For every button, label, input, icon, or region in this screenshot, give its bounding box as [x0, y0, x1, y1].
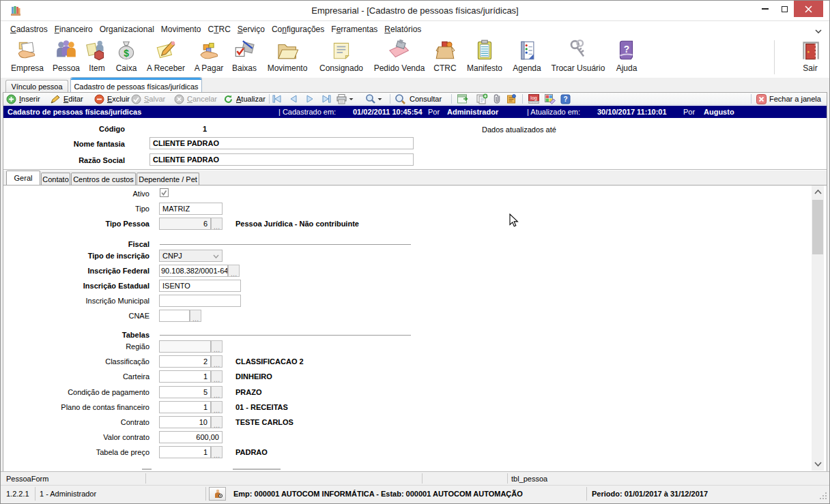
nav-last-button[interactable] — [319, 93, 334, 105]
nav-first-button[interactable] — [270, 93, 285, 105]
copy-record-button[interactable] — [476, 93, 488, 105]
scrollbar-thumb[interactable] — [812, 200, 823, 254]
close-button[interactable] — [794, 1, 823, 17]
minimize-button[interactable] — [756, 1, 775, 17]
nav-prev-button[interactable] — [286, 93, 301, 105]
classificacao-input[interactable]: 2 — [159, 355, 211, 368]
clipped-section-2 — [233, 469, 281, 470]
menu-financeiro[interactable]: Financeiro — [51, 22, 96, 37]
tab-geral[interactable]: Geral — [6, 171, 40, 185]
condicao-pagamento-lookup-button[interactable]: … — [211, 386, 223, 398]
cnae-input[interactable] — [159, 310, 190, 322]
consignado-icon — [330, 39, 353, 62]
nome-fantasia-input[interactable]: CLIENTE PADRAO — [149, 137, 414, 149]
inserir-button[interactable]: Inserir — [6, 93, 40, 105]
inscricao-federal-lookup-button[interactable]: … — [228, 265, 240, 277]
toolbar-button-ctrc[interactable]: CTRC — [433, 39, 457, 73]
menu-movimento[interactable]: Movimento — [158, 22, 205, 37]
plano-contas-lookup-button[interactable]: … — [211, 401, 223, 413]
toolbar-button-sair[interactable]: Sair — [799, 39, 822, 73]
nav-next-button[interactable] — [302, 93, 317, 105]
plano-contas-input[interactable]: 1 — [159, 401, 211, 413]
inscricao-municipal-input[interactable] — [159, 295, 241, 307]
excluir-button[interactable]: Excluir — [94, 93, 130, 105]
contrato-input[interactable]: 10 — [159, 416, 211, 428]
menu-ctrc[interactable]: CTRC — [204, 22, 233, 37]
regiao-lookup-button[interactable]: … — [211, 340, 223, 353]
menu-relatorios[interactable]: Relatórios — [381, 22, 425, 37]
inscricao-estadual-input[interactable]: ISENTO — [159, 280, 241, 292]
menu-cadastros[interactable]: Cadastros — [7, 22, 51, 37]
tabela-preco-lookup-button[interactable]: … — [211, 446, 223, 458]
razao-social-input[interactable]: CLIENTE PADRAO — [149, 153, 414, 166]
scroll-down-icon[interactable] — [814, 462, 822, 466]
menu-ferramentas[interactable]: Ferramentas — [328, 22, 381, 37]
tipo-pessoa-lookup-button[interactable]: … — [211, 218, 223, 230]
cnae-label: CNAE — [3, 312, 149, 320]
toolbar-button-movimento[interactable]: Movimento — [268, 39, 308, 73]
cnae-lookup-button[interactable]: … — [190, 310, 201, 322]
log-button[interactable]: log — [528, 93, 540, 105]
export-form-button[interactable] — [457, 93, 469, 105]
toolbar-button-ajuda[interactable]: ? Ajuda — [615, 39, 638, 73]
consultar-button[interactable]: Consultar — [395, 93, 442, 105]
tab-vinculo-pessoa[interactable]: Vínculo pessoa — [5, 80, 68, 93]
condicao-pagamento-input[interactable]: 5 — [159, 386, 211, 398]
log-icon: log — [528, 93, 540, 104]
regiao-input[interactable] — [159, 340, 211, 353]
active-tab-highlight — [71, 78, 201, 80]
attachment-button[interactable] — [492, 93, 502, 105]
note-button[interactable] — [506, 93, 517, 105]
tab-dependente-pet[interactable]: Dependente / Pet — [137, 173, 199, 185]
toolbar-overflow-icon[interactable] — [815, 29, 822, 33]
zoom-button[interactable] — [365, 93, 382, 105]
toolbar-button-trocar-usuario[interactable]: Trocar Usuário — [552, 39, 605, 73]
grid-colors-button[interactable] — [544, 93, 556, 105]
tipo-inscricao-select[interactable]: CNPJ — [159, 250, 223, 262]
carteira-input[interactable]: 1 — [159, 370, 211, 383]
toolbar-button-a-pagar[interactable]: A Pagar — [195, 39, 224, 73]
tab-cadastro-pessoas[interactable]: Cadastro de pessoas físicas/jurídicas — [70, 77, 202, 93]
fechar-janela-button[interactable]: Fechar a janela — [756, 93, 821, 105]
valor-contrato-input[interactable]: 600,00 — [159, 431, 223, 443]
toolbar-button-consignado[interactable]: Consignado — [319, 39, 363, 73]
menu-organizacional[interactable]: Organizacional — [96, 22, 158, 37]
menu-servico[interactable]: Serviço — [234, 22, 268, 37]
editar-button[interactable]: Editar — [50, 93, 83, 105]
toolbar-button-agenda[interactable]: Agenda — [513, 39, 541, 73]
classificacao-lookup-button[interactable]: … — [211, 355, 223, 368]
tab-centros-custos[interactable]: Centros de custos — [71, 173, 136, 185]
help-button[interactable]: ? — [560, 93, 571, 105]
company-icon — [212, 489, 223, 499]
contrato-lookup-button[interactable]: … — [211, 416, 223, 428]
resize-grip[interactable] — [818, 491, 827, 500]
maximize-button[interactable] — [775, 1, 794, 17]
toolbar-button-item[interactable]: Item — [85, 39, 109, 73]
ativo-checkbox[interactable] — [160, 188, 169, 197]
company-icon-button[interactable] — [209, 487, 226, 501]
tipo-pessoa-input[interactable]: 6 — [159, 218, 211, 230]
toolbar-button-pedido-venda[interactable]: Pedido Venda — [374, 39, 425, 73]
carteira-lookup-button[interactable]: … — [211, 370, 223, 383]
svg-text:log: log — [530, 95, 536, 101]
separator — [522, 94, 523, 104]
cancelar-button[interactable]: Cancelar — [174, 93, 217, 105]
toolbar-button-pessoa[interactable]: Pessoa — [53, 39, 80, 73]
tabela-preco-input[interactable]: 1 — [159, 446, 211, 458]
salvar-button[interactable]: Salvar — [131, 93, 165, 105]
tab-contato[interactable]: Contato — [41, 173, 70, 185]
inscricao-federal-input[interactable]: 90.108.382/0001-64 — [159, 265, 228, 277]
atualizar-button[interactable]: Atualizar — [223, 93, 266, 105]
sair-icon — [799, 39, 822, 62]
vertical-scrollbar[interactable] — [812, 186, 824, 471]
toolbar-button-baixas[interactable]: Baixas — [232, 39, 257, 73]
toolbar-button-empresa[interactable]: Empresa — [11, 39, 44, 73]
manifesto-icon — [473, 39, 496, 62]
scroll-up-icon[interactable] — [814, 190, 822, 194]
toolbar-button-caixa[interactable]: $ Caixa — [115, 39, 138, 73]
print-button[interactable] — [336, 93, 354, 105]
toolbar-button-manifesto[interactable]: Manifesto — [467, 39, 502, 73]
tipo-input[interactable]: MATRIZ — [159, 203, 223, 215]
menu-configuracoes[interactable]: Configurações — [268, 22, 328, 37]
toolbar-button-a-receber[interactable]: A Receber — [147, 39, 185, 73]
